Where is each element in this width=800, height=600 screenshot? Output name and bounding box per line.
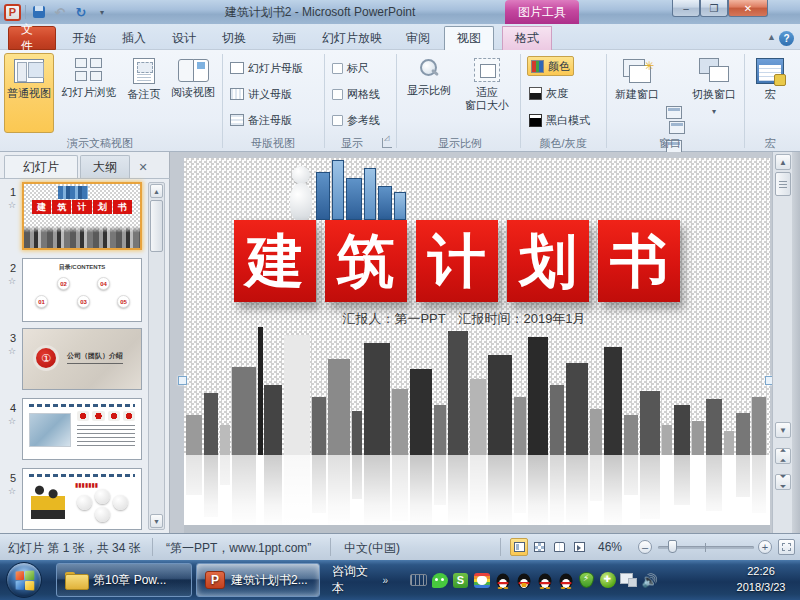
thumb-circle <box>95 507 110 522</box>
divider <box>330 538 331 556</box>
antivirus-ball-icon[interactable] <box>599 572 616 589</box>
new-window-button[interactable]: ✳ 新建窗口 <box>611 53 663 133</box>
slide-editing-area[interactable]: 建 筑 计 划 书 汇报人：第一PPT 汇报时间：2019年1月 <box>184 158 770 533</box>
thumb-buildings-graphic <box>58 186 88 199</box>
fit-to-window-button[interactable]: 适应窗口大小 <box>458 53 516 133</box>
keyboard-icon[interactable] <box>410 572 427 589</box>
color-button[interactable]: 颜色 <box>527 56 574 76</box>
tab-transitions[interactable]: 切换 <box>210 26 258 50</box>
slide-thumbnail-1[interactable]: 建筑计划书 <box>22 182 142 250</box>
status-normal-view-button[interactable] <box>510 538 528 556</box>
tab-animations[interactable]: 动画 <box>260 26 308 50</box>
title-char-block[interactable]: 建 <box>234 220 316 302</box>
switch-windows-button[interactable]: 切换窗口 ▾ <box>688 53 740 133</box>
minimize-button[interactable]: – <box>672 0 700 17</box>
tab-file[interactable]: 文件 <box>8 26 56 50</box>
tab-outline[interactable]: 大纲 <box>80 155 130 178</box>
macros-button[interactable]: 宏 <box>748 53 792 133</box>
toolbar-chevron-icon[interactable]: » <box>382 575 388 586</box>
show-dialog-launcher-icon[interactable] <box>382 138 392 148</box>
slide-thumbnail-2[interactable]: 目录/CONTENTS 01 02 03 04 05 <box>22 258 142 322</box>
slide-thumbnail-5[interactable]: ▮▮▮▮▮▮▮ <box>22 468 142 530</box>
reading-view-icon <box>178 58 208 82</box>
taskbar-folder-button[interactable]: 第10章 Pow... <box>56 563 192 597</box>
start-button[interactable] <box>6 562 42 598</box>
title-char-block[interactable]: 筑 <box>325 220 407 302</box>
close-button[interactable]: ✕ <box>728 0 768 17</box>
selection-handle-left[interactable] <box>178 376 187 385</box>
shield-icon[interactable] <box>578 572 595 589</box>
slide-thumbnail-4[interactable] <box>22 398 142 460</box>
zoom-slider-thumb[interactable] <box>668 540 677 553</box>
reading-view-button[interactable]: 阅读视图 <box>168 53 218 133</box>
zoom-out-button[interactable]: – <box>638 540 652 554</box>
tab-review[interactable]: 审阅 <box>394 26 442 50</box>
collapse-ribbon-icon[interactable]: ▲ <box>767 32 776 42</box>
zoom-in-button[interactable]: + <box>758 540 772 554</box>
volume-icon[interactable]: 🔊 <box>641 572 658 589</box>
slide-number: 2 <box>5 262 21 274</box>
normal-view-icon <box>514 542 525 552</box>
cascade-windows-icon[interactable] <box>666 106 682 119</box>
qq-icon[interactable] <box>536 572 553 589</box>
sogou-icon[interactable]: S <box>452 572 469 589</box>
slide-master-button[interactable]: 幻灯片母版 <box>230 58 303 78</box>
arrange-all-icon[interactable] <box>669 121 685 134</box>
group-label-presentation-views: 演示文稿视图 <box>30 136 170 150</box>
tab-slides[interactable]: 幻灯片 <box>4 155 78 179</box>
status-slideshow-button[interactable] <box>570 538 588 556</box>
title-char-block[interactable]: 书 <box>598 220 680 302</box>
taskbar-powerpoint-button[interactable]: P 建筑计划书2... <box>196 563 320 597</box>
scroll-down-icon[interactable]: ▼ <box>150 514 163 528</box>
rainbow-icon[interactable] <box>473 572 490 589</box>
taskbar-toolbar-label[interactable]: 咨询文本 » <box>324 563 396 597</box>
tab-insert[interactable]: 插入 <box>110 26 158 50</box>
title-char-block[interactable]: 划 <box>507 220 589 302</box>
network-icon[interactable] <box>620 572 637 589</box>
help-button[interactable]: ? <box>779 31 794 46</box>
handout-master-button[interactable]: 讲义母版 <box>230 84 292 104</box>
scroll-down-icon[interactable]: ▼ <box>775 422 791 438</box>
tab-view[interactable]: 视图 <box>444 26 494 50</box>
qq-icon[interactable] <box>494 572 511 589</box>
guides-checkbox[interactable]: 参考线 <box>332 110 380 130</box>
scroll-up-icon[interactable]: ▲ <box>150 184 163 198</box>
canvas-scrollbar[interactable]: ▲ ▼ ⏶⏶ ⏷⏷ <box>772 152 792 533</box>
grayscale-button[interactable]: 灰度 <box>529 83 568 103</box>
window-controls: – ❐ ✕ <box>672 0 768 17</box>
slide-thumbnail-3[interactable]: ① 公司（团队）介绍 <box>22 328 142 390</box>
language-indicator[interactable]: 中文(中国) <box>344 540 400 557</box>
tab-design[interactable]: 设计 <box>160 26 208 50</box>
zoom-button[interactable]: 显示比例 <box>402 53 456 133</box>
fit-slide-to-window-button[interactable] <box>778 539 795 555</box>
normal-view-icon <box>14 59 44 83</box>
qq-icon[interactable] <box>515 572 532 589</box>
tab-home[interactable]: 开始 <box>60 26 108 50</box>
black-white-button[interactable]: 黑白模式 <box>529 110 590 130</box>
gridlines-checkbox[interactable]: 网格线 <box>332 84 380 104</box>
title-char-block[interactable]: 计 <box>416 220 498 302</box>
tab-format[interactable]: 格式 <box>502 26 552 50</box>
normal-view-button[interactable]: 普通视图 <box>4 53 54 133</box>
close-panel-button[interactable]: ✕ <box>132 158 154 176</box>
scroll-up-icon[interactable]: ▲ <box>775 154 791 170</box>
wechat-icon[interactable] <box>431 572 448 589</box>
scrollbar-thumb[interactable] <box>775 172 791 196</box>
notes-page-button[interactable]: 备注页 <box>122 53 166 133</box>
ruler-checkbox[interactable]: 标尺 <box>332 58 369 78</box>
status-reading-view-button[interactable] <box>550 538 568 556</box>
scrollbar-thumb[interactable] <box>150 200 163 252</box>
notes-master-button[interactable]: 备注母版 <box>230 110 292 130</box>
ribbon: 普通视图 幻灯片浏览 备注页 阅读视图 演示文稿视图 幻灯片母版 讲义母版 备注… <box>0 50 800 152</box>
zoom-percentage[interactable]: 46% <box>598 540 622 554</box>
next-slide-button[interactable]: ⏷⏷ <box>775 474 791 490</box>
cityscape-image[interactable] <box>184 322 770 533</box>
taskbar-clock[interactable]: 22:26 2018/3/23 <box>726 563 796 595</box>
slide-sorter-button[interactable]: 幻灯片浏览 <box>58 53 120 133</box>
tab-slideshow[interactable]: 幻灯片放映 <box>310 26 394 50</box>
status-slide-sorter-button[interactable] <box>530 538 548 556</box>
panel-scrollbar[interactable]: ▲ ▼ <box>148 182 165 530</box>
restore-button[interactable]: ❐ <box>700 0 728 17</box>
previous-slide-button[interactable]: ⏶⏶ <box>775 448 791 464</box>
qq-icon[interactable] <box>557 572 574 589</box>
